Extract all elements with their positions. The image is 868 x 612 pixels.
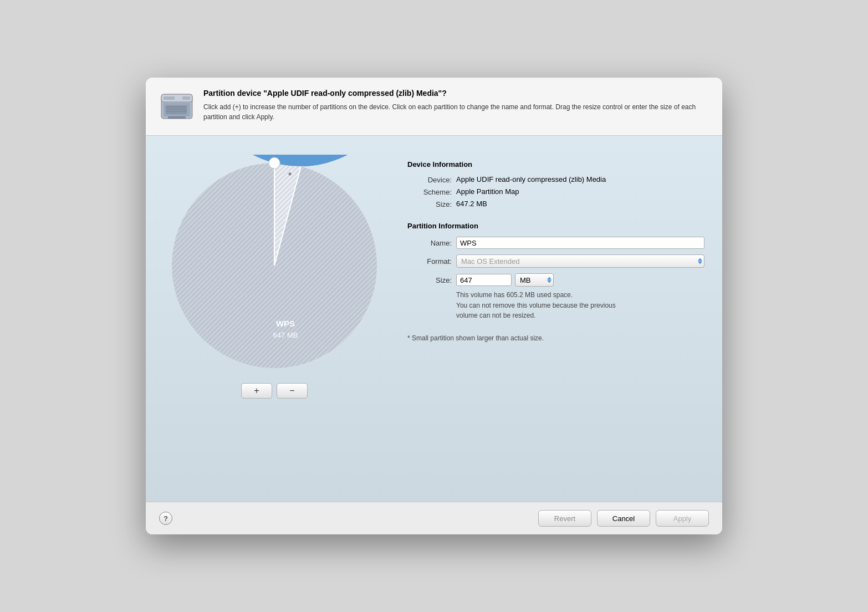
format-select[interactable]: Mac OS Extended MS-DOS (FAT) ExFAT: [456, 254, 704, 268]
dialog-body: * WPS 647 MB + − Device Information Devi…: [146, 136, 722, 502]
pie-chart: * WPS 647 MB: [164, 155, 385, 376]
partition-section: Partition Information Name: Format: Mac …: [407, 222, 704, 342]
notice-line2: You can not remove this volume because t…: [456, 302, 616, 309]
header-text: Partition device "Apple UDIF read-only c…: [203, 89, 709, 122]
partition-grid: Name: Format: Mac OS Extended MS-DOS (FA…: [407, 237, 704, 287]
svg-rect-8: [182, 96, 190, 100]
volume-notice: This volume has 605.2 MB used space. You…: [456, 290, 704, 321]
pie-container: * WPS 647 MB: [164, 155, 385, 376]
size-value-device: 647.2 MB: [456, 200, 704, 208]
footnote: * Small partition shown larger than actu…: [407, 334, 704, 342]
format-select-wrapper: Mac OS Extended MS-DOS (FAT) ExFAT: [456, 254, 704, 268]
partition-info-title: Partition Information: [407, 222, 704, 230]
apply-button[interactable]: Apply: [656, 510, 709, 527]
notice-line1: This volume has 605.2 MB used space.: [456, 291, 573, 299]
dialog-title: Partition device "Apple UDIF read-only c…: [203, 89, 709, 98]
device-label: Device:: [407, 175, 452, 184]
svg-text:WPS: WPS: [276, 319, 295, 328]
partition-controls: + −: [241, 383, 308, 399]
partition-dialog: Partition device "Apple UDIF read-only c…: [146, 78, 722, 534]
help-button[interactable]: ?: [159, 512, 172, 525]
pie-area: * WPS 647 MB + −: [164, 149, 385, 399]
svg-rect-7: [164, 96, 175, 100]
device-info-grid: Device: Apple UDIF read-only compressed …: [407, 175, 704, 208]
device-info-title: Device Information: [407, 160, 704, 169]
footer-buttons: Revert Cancel Apply: [538, 510, 709, 527]
cancel-button[interactable]: Cancel: [597, 510, 650, 527]
device-value: Apple UDIF read-only compressed (zlib) M…: [456, 175, 704, 184]
disk-icon: [159, 89, 195, 124]
remove-partition-button[interactable]: −: [277, 383, 308, 399]
scheme-value: Apple Partition Map: [456, 187, 704, 196]
unit-select[interactable]: MB GB TB: [515, 273, 554, 287]
size-label-device: Size:: [407, 200, 452, 208]
size-input[interactable]: [456, 274, 512, 286]
svg-point-16: [269, 157, 280, 169]
dialog-footer: ? Revert Cancel Apply: [146, 502, 722, 534]
unit-select-wrapper: MB GB TB: [515, 273, 554, 287]
scheme-label: Scheme:: [407, 187, 452, 196]
add-partition-button[interactable]: +: [241, 383, 272, 399]
format-field-label: Format:: [407, 257, 452, 266]
revert-button[interactable]: Revert: [538, 510, 591, 527]
notice-line3: volume can not be resized.: [456, 312, 535, 319]
svg-rect-3: [166, 105, 187, 114]
svg-text:*: *: [288, 171, 292, 180]
dialog-header: Partition device "Apple UDIF read-only c…: [146, 78, 722, 136]
name-field-label: Name:: [407, 239, 452, 247]
info-area: Device Information Device: Apple UDIF re…: [407, 149, 704, 342]
size-field-label: Size:: [407, 276, 452, 284]
svg-text:647 MB: 647 MB: [273, 331, 298, 339]
size-row: MB GB TB: [456, 273, 704, 287]
svg-rect-9: [168, 116, 186, 119]
dialog-description: Click add (+) to increase the number of …: [203, 102, 709, 122]
name-input[interactable]: [456, 237, 704, 249]
